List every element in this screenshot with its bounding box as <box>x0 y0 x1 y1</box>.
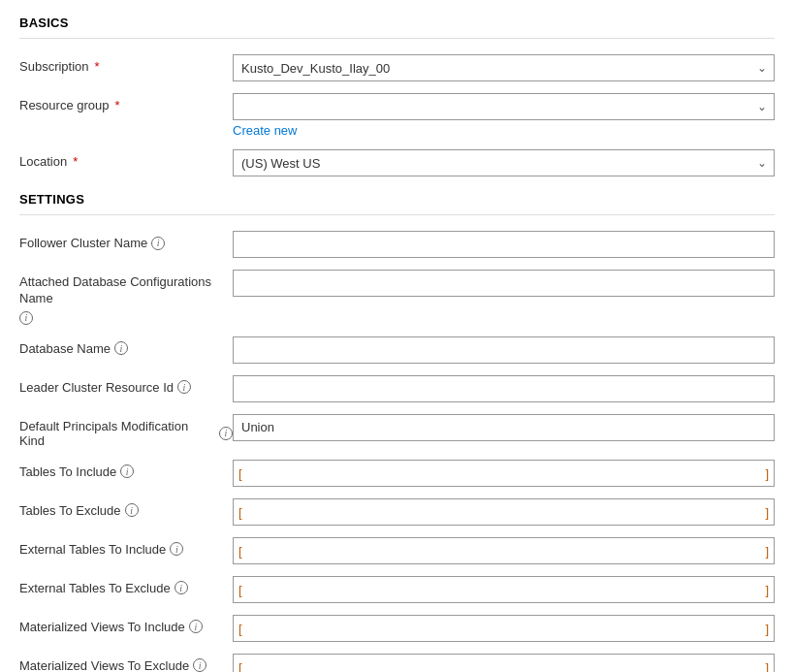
follower-cluster-info-icon[interactable]: i <box>151 237 165 250</box>
tables-include-label: Tables To Include i <box>19 460 233 479</box>
attached-db-config-label: Attached Database Configurations Name i <box>19 270 233 325</box>
default-principals-label: Default Principals Modification Kind i <box>19 414 233 448</box>
database-name-control <box>233 336 775 364</box>
leader-cluster-control <box>233 375 775 402</box>
mat-views-include-info-icon[interactable]: i <box>189 620 203 633</box>
resource-group-required: * <box>115 98 120 112</box>
tables-exclude-row: Tables To Exclude i [ ] <box>19 498 775 526</box>
ext-tables-exclude-control: [ ] <box>233 576 775 603</box>
follower-cluster-row: Follower Cluster Name i <box>19 231 775 258</box>
basics-title: BASICS <box>19 16 775 30</box>
ext-tables-exclude-label: External Tables To Exclude i <box>19 576 233 595</box>
tables-exclude-control: [ ] <box>233 498 775 526</box>
tables-exclude-label: Tables To Exclude i <box>19 498 233 518</box>
location-basics-required: * <box>73 154 78 169</box>
tables-include-info-icon[interactable]: i <box>120 464 134 478</box>
tables-exclude-input[interactable] <box>233 498 775 526</box>
ext-tables-include-label: External Tables To Include i <box>19 537 233 557</box>
basics-divider <box>19 38 775 39</box>
tables-exclude-array-wrap: [ ] <box>233 498 775 526</box>
ext-tables-include-array-wrap: [ ] <box>233 537 775 564</box>
attached-db-config-control <box>233 270 775 297</box>
settings-title: SETTINGS <box>19 192 775 207</box>
leader-cluster-row: Leader Cluster Resource Id i <box>19 375 775 402</box>
location-basics-select[interactable]: (US) West US <box>233 149 775 176</box>
database-name-input[interactable] <box>233 336 775 364</box>
location-basics-row: Location * (US) West US ⌄ <box>19 149 775 176</box>
tables-include-input[interactable] <box>233 460 775 487</box>
basics-section: BASICS Subscription * Kusto_Dev_Kusto_Il… <box>19 16 775 176</box>
default-principals-input[interactable] <box>233 414 775 441</box>
resource-group-label: Resource group * <box>19 93 233 112</box>
ext-tables-include-input[interactable] <box>233 537 775 564</box>
ext-tables-include-info-icon[interactable]: i <box>170 542 183 556</box>
tables-exclude-info-icon[interactable]: i <box>125 503 139 517</box>
follower-cluster-label: Follower Cluster Name i <box>19 231 233 250</box>
attached-db-config-input[interactable] <box>233 270 775 297</box>
mat-views-include-control: [ ] <box>233 615 775 642</box>
mat-views-exclude-label: Materialized Views To Exclude i <box>19 654 233 672</box>
resource-group-select-wrap: ⌄ <box>233 93 775 120</box>
ext-tables-include-row: External Tables To Include i [ ] <box>19 537 775 564</box>
mat-views-include-input[interactable] <box>233 615 775 642</box>
ext-tables-exclude-input[interactable] <box>233 576 775 603</box>
subscription-label: Subscription * <box>19 54 233 74</box>
attached-db-config-info-icon[interactable]: i <box>19 311 33 325</box>
database-name-info-icon[interactable]: i <box>114 341 128 355</box>
location-basics-control: (US) West US ⌄ <box>233 149 775 176</box>
subscription-control: Kusto_Dev_Kusto_Ilay_00 ⌄ <box>233 54 775 81</box>
ext-tables-exclude-array-wrap: [ ] <box>233 576 775 603</box>
subscription-select-wrap: Kusto_Dev_Kusto_Ilay_00 ⌄ <box>233 54 775 81</box>
attached-db-config-row: Attached Database Configurations Name i <box>19 270 775 325</box>
tables-include-array-wrap: [ ] <box>233 460 775 487</box>
mat-views-exclude-input[interactable] <box>233 654 775 672</box>
database-name-label: Database Name i <box>19 336 233 356</box>
follower-cluster-input[interactable] <box>233 231 775 258</box>
ext-tables-exclude-row: External Tables To Exclude i [ ] <box>19 576 775 603</box>
resource-group-select[interactable] <box>233 93 775 120</box>
subscription-select[interactable]: Kusto_Dev_Kusto_Ilay_00 <box>233 54 775 81</box>
default-principals-row: Default Principals Modification Kind i <box>19 414 775 448</box>
settings-divider <box>19 214 775 215</box>
location-basics-select-wrap: (US) West US ⌄ <box>233 149 775 176</box>
leader-cluster-input[interactable] <box>233 375 775 402</box>
default-principals-control <box>233 414 775 441</box>
ext-tables-include-control: [ ] <box>233 537 775 564</box>
mat-views-exclude-info-icon[interactable]: i <box>193 658 206 672</box>
follower-cluster-control <box>233 231 775 258</box>
mat-views-exclude-control: [ ] <box>233 654 775 672</box>
location-basics-label: Location * <box>19 149 233 169</box>
database-name-row: Database Name i <box>19 336 775 364</box>
leader-cluster-label: Leader Cluster Resource Id i <box>19 375 233 395</box>
mat-views-exclude-array-wrap: [ ] <box>233 654 775 672</box>
resource-group-control: ⌄ Create new <box>233 93 775 138</box>
mat-views-exclude-row: Materialized Views To Exclude i [ ] <box>19 654 775 672</box>
mat-views-include-row: Materialized Views To Include i [ ] <box>19 615 775 642</box>
mat-views-include-array-wrap: [ ] <box>233 615 775 642</box>
subscription-required: * <box>95 59 100 74</box>
resource-group-row: Resource group * ⌄ Create new <box>19 93 775 138</box>
tables-include-control: [ ] <box>233 460 775 487</box>
subscription-row: Subscription * Kusto_Dev_Kusto_Ilay_00 ⌄ <box>19 54 775 81</box>
tables-include-row: Tables To Include i [ ] <box>19 460 775 487</box>
mat-views-include-label: Materialized Views To Include i <box>19 615 233 634</box>
create-new-link[interactable]: Create new <box>233 123 297 138</box>
ext-tables-exclude-info-icon[interactable]: i <box>175 581 188 594</box>
default-principals-info-icon[interactable]: i <box>219 427 233 440</box>
leader-cluster-info-icon[interactable]: i <box>177 380 191 394</box>
settings-section: SETTINGS Follower Cluster Name i Attache… <box>19 192 775 672</box>
